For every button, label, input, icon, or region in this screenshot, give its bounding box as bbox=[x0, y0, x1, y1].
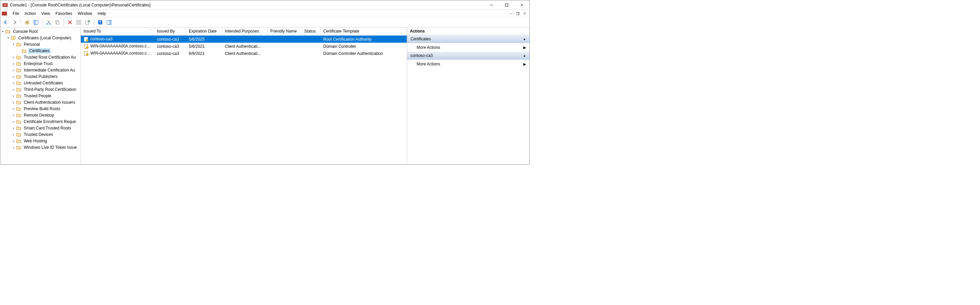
tree-personal[interactable]: ▾ Personal bbox=[11, 41, 81, 47]
cell-status bbox=[302, 53, 321, 54]
tree-console-root[interactable]: ▾ Console Root bbox=[0, 28, 81, 35]
col-friendly[interactable]: Friendly Name bbox=[267, 27, 302, 35]
maximize-button[interactable] bbox=[499, 0, 514, 10]
properties-button[interactable] bbox=[75, 18, 83, 27]
certificate-store-icon bbox=[11, 35, 16, 41]
action-more-certificates[interactable]: More Actions ▶ bbox=[407, 43, 530, 52]
expand-icon[interactable]: ▸ bbox=[11, 101, 16, 104]
menu-help[interactable]: Help bbox=[95, 11, 109, 17]
mdi-restore[interactable] bbox=[514, 11, 521, 17]
tree-folder[interactable]: ▸Intermediate Certification Au bbox=[11, 67, 81, 73]
menu-window[interactable]: Window bbox=[75, 11, 95, 17]
col-purposes[interactable]: Intended Purposes bbox=[222, 27, 267, 35]
actions-heading: Actions bbox=[407, 27, 530, 35]
expand-icon[interactable]: ▸ bbox=[11, 133, 16, 136]
svg-rect-3 bbox=[505, 4, 508, 6]
tree-label: Preview Build Roots bbox=[23, 106, 61, 112]
tree-folder[interactable]: ▸Trusted Root Certification Au bbox=[11, 54, 81, 60]
mmc-doc-icon bbox=[2, 11, 7, 16]
folder-icon bbox=[16, 68, 21, 73]
export-button[interactable] bbox=[84, 18, 92, 27]
collapse-icon[interactable]: ▾ bbox=[11, 43, 16, 46]
menu-file[interactable]: File bbox=[10, 11, 22, 17]
action-more-selected[interactable]: More Actions ▶ bbox=[407, 60, 530, 68]
tree-folder[interactable]: ▸Third-Party Root Certification bbox=[11, 86, 81, 93]
show-hide-action-button[interactable] bbox=[105, 18, 113, 27]
tree-folder[interactable]: ▸Preview Build Roots bbox=[11, 105, 81, 112]
tree-label: Console Root bbox=[12, 29, 39, 34]
expand-icon[interactable]: ▸ bbox=[11, 126, 16, 130]
tree-folder[interactable]: ▸Remote Desktop bbox=[11, 112, 81, 118]
tree-certificates[interactable]: Certificates bbox=[17, 47, 81, 54]
up-button[interactable] bbox=[23, 18, 31, 27]
toolbar: ? bbox=[0, 17, 530, 27]
mdi-close[interactable]: ✕ bbox=[521, 11, 528, 17]
folder-icon bbox=[16, 87, 21, 92]
menu-action[interactable]: Action bbox=[22, 11, 38, 17]
help-button[interactable]: ? bbox=[96, 18, 104, 27]
mdi-minimize[interactable]: — bbox=[508, 11, 514, 17]
cell-template: Root Certification Authority bbox=[321, 36, 407, 43]
expand-icon[interactable]: ▸ bbox=[11, 107, 16, 111]
tree-pane[interactable]: ▾ Console Root ▾ Certificates (Local Com… bbox=[0, 27, 81, 164]
delete-button[interactable] bbox=[66, 18, 74, 27]
svg-point-29 bbox=[86, 39, 88, 41]
expand-icon[interactable]: ▸ bbox=[11, 139, 16, 143]
copy-button[interactable] bbox=[53, 18, 62, 27]
menu-favorites[interactable]: Favorites bbox=[53, 11, 75, 17]
tree-folder[interactable]: ▸Windows Live ID Token Issue bbox=[11, 144, 81, 150]
table-row[interactable]: WIN-0AAAAAAA00A.contoso.comcontoso-ca36/… bbox=[81, 50, 407, 57]
tree-folder[interactable]: ▸Trusted Publishers bbox=[11, 73, 81, 80]
tree-label: Trusted Root Certification Au bbox=[23, 55, 77, 60]
cut-button[interactable] bbox=[45, 18, 52, 27]
expand-icon[interactable]: ▸ bbox=[11, 62, 16, 65]
col-template[interactable]: Certificate Template bbox=[321, 27, 407, 35]
cell-friendly bbox=[267, 46, 302, 47]
table-row[interactable]: WIN-0AAAAAAA00A.contoso.comcontoso-ca35/… bbox=[81, 43, 407, 50]
expand-icon[interactable]: ▸ bbox=[11, 88, 16, 91]
tree-folder[interactable]: ▸Web Hosting bbox=[11, 137, 81, 144]
expand-icon[interactable]: ▸ bbox=[11, 120, 16, 123]
tree-certificates-local[interactable]: ▾ Certificates (Local Computer) bbox=[6, 35, 81, 41]
expand-icon[interactable]: ▸ bbox=[11, 81, 16, 85]
tree-folder[interactable]: ▸Enterprise Trust bbox=[11, 60, 81, 67]
folder-icon bbox=[16, 132, 21, 137]
tree-folder[interactable]: ▸Trusted Devices bbox=[11, 131, 81, 137]
collapse-icon[interactable]: ▾ bbox=[6, 36, 11, 40]
forward-button[interactable] bbox=[11, 18, 19, 27]
col-issued-to[interactable]: Issued To⌃ bbox=[81, 27, 154, 35]
show-hide-tree-button[interactable] bbox=[32, 18, 40, 27]
tree-label: Remote Desktop bbox=[23, 112, 55, 118]
list-pane: Issued To⌃ Issued By Expiration Date Int… bbox=[81, 27, 407, 164]
folder-open-icon bbox=[16, 42, 21, 47]
cell-purpose: Client Authenticati... bbox=[222, 51, 267, 57]
expand-icon[interactable]: ▸ bbox=[11, 55, 16, 59]
tree-folder[interactable]: ▸Trusted People bbox=[11, 93, 81, 99]
collapse-up-icon[interactable]: ▲ bbox=[523, 54, 526, 57]
close-button[interactable] bbox=[514, 0, 530, 10]
collapse-icon[interactable]: ▾ bbox=[0, 30, 5, 33]
col-expiration[interactable]: Expiration Date bbox=[186, 27, 222, 35]
action-section-certificates[interactable]: Certificates ▲ bbox=[407, 35, 530, 43]
tree-folder[interactable]: ▸Untrusted Certificates bbox=[11, 80, 81, 86]
workspace: ▾ Console Root ▾ Certificates (Local Com… bbox=[0, 27, 530, 164]
tree-folder[interactable]: ▸Client Authentication Issuers bbox=[11, 99, 81, 105]
action-section-selected[interactable]: contoso-ca3 ▲ bbox=[407, 52, 530, 60]
expand-icon[interactable]: ▸ bbox=[11, 146, 16, 149]
menu-view[interactable]: View bbox=[39, 11, 53, 17]
expand-icon[interactable]: ▸ bbox=[11, 68, 16, 72]
table-row[interactable]: contoso-ca3contoso-ca35/6/2025Root Certi… bbox=[81, 36, 407, 43]
col-status[interactable]: Status bbox=[302, 27, 321, 35]
tree-folder[interactable]: ▸Smart Card Trusted Roots bbox=[11, 125, 81, 131]
back-button[interactable] bbox=[2, 18, 10, 27]
chevron-right-icon: ▶ bbox=[523, 62, 526, 66]
col-issued-by[interactable]: Issued By bbox=[154, 27, 186, 35]
expand-icon[interactable]: ▸ bbox=[11, 114, 16, 117]
expand-icon[interactable]: ▸ bbox=[11, 94, 16, 98]
collapse-up-icon[interactable]: ▲ bbox=[523, 37, 526, 41]
minimize-button[interactable] bbox=[484, 0, 499, 10]
svg-rect-1 bbox=[3, 4, 7, 6]
chevron-right-icon: ▶ bbox=[523, 46, 526, 50]
expand-icon[interactable]: ▸ bbox=[11, 75, 16, 78]
tree-folder[interactable]: ▸Certificate Enrollment Reque bbox=[11, 118, 81, 125]
